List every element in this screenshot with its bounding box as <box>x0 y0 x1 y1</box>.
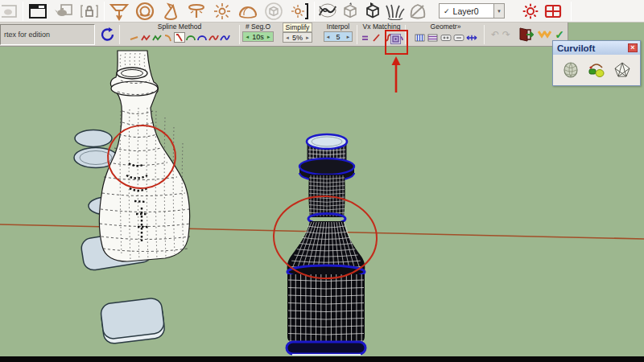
double-arrow-icon <box>466 34 477 42</box>
letterbox-bottom <box>0 356 644 362</box>
spline-corner-red-button-selected[interactable] <box>174 32 185 43</box>
layer-dropdown-arrow[interactable]: ▼ <box>493 4 504 18</box>
undo-redo-group: ↶ ↷ <box>486 23 515 47</box>
copy-object-button[interactable] <box>51 1 76 22</box>
spline-arc-green-button[interactable] <box>185 32 196 43</box>
cube-outline-icon <box>341 2 360 20</box>
fredoscale-icon <box>318 2 337 20</box>
geometry-group: Geometr» <box>407 23 485 47</box>
skin-top-button[interactable] <box>184 1 209 22</box>
exit-button[interactable] <box>516 23 535 47</box>
spin-right-arrow[interactable]: ► <box>346 35 351 39</box>
spline-arc-blue-button[interactable] <box>196 32 208 43</box>
interpol-spinner[interactable]: ◄ 5 ► <box>324 31 353 42</box>
geometry-cd-button[interactable] <box>453 32 464 43</box>
toolbar-separator <box>104 2 105 21</box>
simplify-spinner[interactable]: ◄ 5% ► <box>283 32 312 43</box>
dome-icon <box>237 2 258 21</box>
light-bracket-button[interactable] <box>287 1 312 22</box>
segments-spinner[interactable]: ◄ 10s ► <box>242 31 273 42</box>
geometry-spread-button[interactable] <box>466 32 477 43</box>
grass-tool-button[interactable] <box>384 1 407 22</box>
viewport-canvas[interactable] <box>0 23 644 356</box>
window-icon <box>28 3 47 19</box>
reset-orientation-button[interactable] <box>97 23 118 47</box>
cube-tool-button[interactable] <box>339 1 361 22</box>
red-sun-button[interactable] <box>519 1 542 22</box>
corner-orange-icon <box>163 34 173 42</box>
spin-left-arrow[interactable]: ◄ <box>245 35 250 39</box>
annotation-rectangle <box>385 30 408 55</box>
segments-group: # Seg.O ◄ 10s ► <box>241 23 275 47</box>
spline-polyline-red-button[interactable] <box>140 32 151 43</box>
spin-left-arrow[interactable]: ◄ <box>285 35 290 40</box>
blend-button[interactable] <box>209 1 235 22</box>
lock-button[interactable] <box>76 1 102 22</box>
scurve-blue-icon <box>220 34 230 42</box>
sunburst-icon <box>212 2 233 21</box>
clipped-thumbnail-icon[interactable] <box>0 1 21 22</box>
boxed-option-icon <box>440 34 452 42</box>
curviloft-close-button[interactable]: × <box>628 43 638 52</box>
zigzag-green-icon <box>152 34 163 42</box>
loft-spline-button[interactable] <box>106 1 132 22</box>
toolbar-separator <box>314 2 315 21</box>
layer-dropdown[interactable]: ✓ Layer0 ▼ <box>439 3 505 19</box>
dialog-window-button[interactable] <box>25 1 51 22</box>
simplify-value: 5% <box>292 34 303 42</box>
skinning-button[interactable] <box>612 60 633 80</box>
simplify-label: Simplify <box>283 23 313 32</box>
leaf-slash-icon <box>408 2 427 20</box>
interpol-group: Interpol ◄ 5 ► <box>320 23 357 47</box>
spin-right-arrow[interactable]: ► <box>266 35 271 39</box>
leaf-tool-button[interactable] <box>407 1 429 22</box>
scurve-red-icon <box>208 34 219 42</box>
spline-method-group: Spline Method <box>121 23 238 47</box>
revert-button[interactable] <box>536 23 552 47</box>
arc-blue-icon <box>197 34 208 42</box>
layer-value: Layer0 <box>453 6 479 16</box>
loft-funnel-icon <box>109 2 130 21</box>
geometry-stripes-h-button[interactable] <box>427 32 439 43</box>
red-grid-button[interactable] <box>542 1 564 22</box>
segments-value: 10s <box>252 33 264 41</box>
vstripe-box-icon <box>415 34 425 42</box>
geometry-cy-button[interactable] <box>440 32 452 43</box>
spline-corner-orange-button[interactable] <box>163 32 174 43</box>
cube-disabled-button[interactable] <box>261 1 287 22</box>
geometry-stripes-v-button[interactable] <box>415 32 426 43</box>
cube-arrow-button[interactable] <box>361 1 384 22</box>
spin-right-arrow[interactable]: ► <box>305 35 310 40</box>
dome-button[interactable] <box>235 1 261 22</box>
model-viewport[interactable] <box>0 23 644 356</box>
sketchup-window: ✓ Layer0 ▼ <box>0 0 644 362</box>
spin-left-arrow[interactable]: ◄ <box>326 35 331 39</box>
loft-by-spline-button[interactable] <box>560 60 581 80</box>
equal-icon <box>361 34 369 42</box>
loft-cone-button[interactable] <box>158 1 184 22</box>
fredoscale-button[interactable] <box>316 1 339 22</box>
right-bottle-mesh[interactable] <box>287 134 365 355</box>
sun-bracket-icon <box>289 2 310 21</box>
curviloft-titlebar[interactable]: Curviloft × <box>553 41 640 55</box>
spline-curve-blue-button[interactable] <box>219 32 230 43</box>
vx-equal-button[interactable] <box>359 32 370 43</box>
group-separator <box>484 25 485 44</box>
spline-polyline-green-button[interactable] <box>151 32 163 43</box>
lock-icon <box>80 3 99 19</box>
vx-slash-button[interactable] <box>370 32 382 43</box>
spline-curve-red-button[interactable] <box>208 32 219 43</box>
exit-door-icon <box>518 27 534 43</box>
spline-method-label: Spline Method <box>158 23 201 31</box>
interpol-value: 5 <box>332 33 343 41</box>
loft-ring-button[interactable] <box>132 1 158 22</box>
group-separator <box>239 25 240 44</box>
cocoon-icon <box>562 61 580 79</box>
simplify-group: Simplify ◄ 5% ► <box>276 23 319 47</box>
main-toolbar: ✓ Layer0 ▼ <box>0 0 644 23</box>
undo-button[interactable]: ↶ <box>491 30 499 39</box>
spline-linear-button[interactable] <box>129 32 140 43</box>
grass-icon <box>386 2 405 20</box>
loft-along-path-button[interactable] <box>586 60 607 80</box>
redo-button[interactable]: ↷ <box>502 30 510 39</box>
